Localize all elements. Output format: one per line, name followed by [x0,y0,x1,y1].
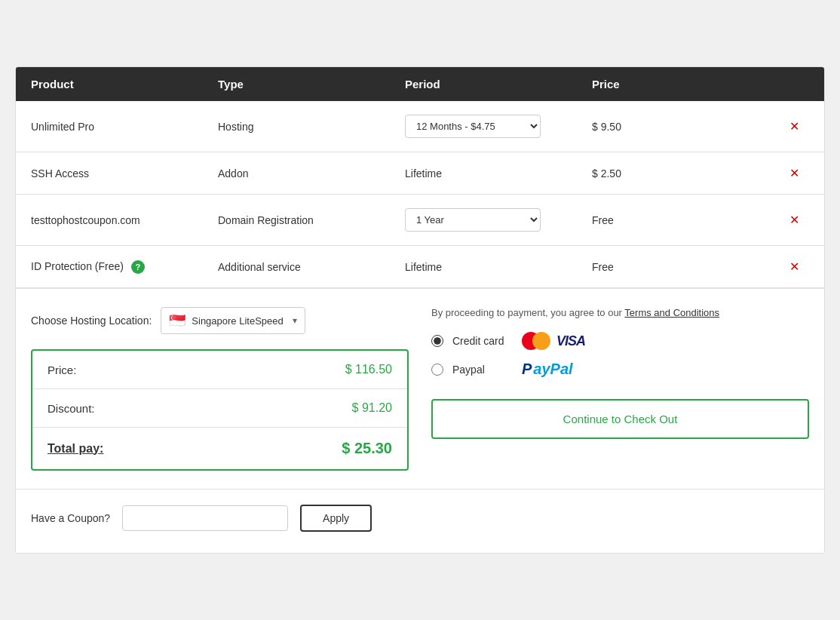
product-name-unlimited-pro: Unlimited Pro [31,121,218,133]
right-panel: By proceeding to payment, you agree to o… [431,307,809,471]
product-type-id-protection: Additional service [218,261,405,273]
price-id-protection: Free [592,261,779,273]
chevron-down-icon: ▾ [293,315,297,326]
price-label: Price: [48,364,76,376]
price-value: $ 116.50 [345,363,392,376]
shopping-cart-container: Product Type Period Price Unlimited Pro … [15,66,825,554]
price-row: Price: $ 116.50 [32,351,407,389]
remove-button-hosting[interactable]: ✕ [779,119,809,134]
period-cell-domain: 1 Year 2 Years 3 Years [405,208,592,232]
location-text: Singapore LiteSpeed [192,315,283,327]
coupon-section: Have a Coupon? Apply [16,489,824,553]
total-value: $ 25.30 [342,440,392,457]
help-icon-id-protection[interactable]: ? [131,260,145,274]
card-icons: VISA [522,332,585,350]
discount-row: Discount: $ 91.20 [32,389,407,428]
terms-link[interactable]: Terms and Conditions [624,307,719,318]
credit-card-label: Credit card [452,335,513,347]
location-selector[interactable]: 🇸🇬 Singapore LiteSpeed ▾ [161,307,305,334]
price-summary-box: Price: $ 116.50 Discount: $ 91.20 Total … [31,349,409,471]
product-name-ssh: SSH Access [31,167,218,180]
header-type: Type [218,78,405,91]
flag-icon: 🇸🇬 [169,312,185,329]
remove-button-ssh[interactable]: ✕ [779,166,809,180]
location-label: Choose Hosting Location: [31,315,152,327]
product-type-hosting: Hosting [218,121,405,133]
paypal-icon: P ayPal [522,361,573,378]
paypal-label: Paypal [452,364,513,376]
bottom-section: Choose Hosting Location: 🇸🇬 Singapore Li… [16,288,824,489]
payment-option-credit: Credit card VISA [431,332,809,350]
total-label: Total pay: [48,442,103,456]
total-row: Total pay: $ 25.30 [32,428,407,469]
table-row: testtophostcoupon.com Domain Registratio… [16,195,824,246]
period-id-protection: Lifetime [405,261,592,273]
checkout-button[interactable]: Continue to Check Out [431,399,809,439]
product-type-ssh: Addon [218,167,405,180]
discount-label: Discount: [48,402,95,415]
product-name-domain: testtophostcoupon.com [31,214,218,226]
payment-option-paypal: Paypal P ayPal [431,361,809,378]
price-domain: Free [592,214,779,226]
terms-text: By proceeding to payment, you agree to o… [431,307,809,318]
period-select-hosting[interactable]: 12 Months - $4.75 1 Month 24 Months 36 M… [405,115,541,138]
price-ssh: $ 2.50 [592,167,779,180]
paypal-radio[interactable] [431,364,443,376]
location-row: Choose Hosting Location: 🇸🇬 Singapore Li… [31,307,409,334]
visa-icon: VISA [556,333,585,349]
left-panel: Choose Hosting Location: 🇸🇬 Singapore Li… [31,307,409,471]
price-hosting: $ 9.50 [592,121,779,133]
mastercard-icon [522,332,550,350]
table-row: Unlimited Pro Hosting 12 Months - $4.75 … [16,101,824,152]
product-name-id-protection: ID Protection (Free) ? [31,260,218,274]
apply-button[interactable]: Apply [300,505,372,532]
discount-value: $ 91.20 [352,401,392,415]
header-price: Price [592,78,779,91]
remove-button-domain[interactable]: ✕ [779,213,809,227]
coupon-label: Have a Coupon? [31,512,110,524]
period-select-domain[interactable]: 1 Year 2 Years 3 Years [405,208,541,232]
table-row: SSH Access Addon Lifetime $ 2.50 ✕ [16,152,824,195]
header-period: Period [405,78,592,91]
product-type-domain: Domain Registration [218,214,405,226]
coupon-input[interactable] [122,505,288,531]
period-cell-hosting: 12 Months - $4.75 1 Month 24 Months 36 M… [405,115,592,138]
payment-options: Credit card VISA Paypal P a [431,332,809,378]
credit-card-radio[interactable] [431,335,443,347]
header-product: Product [31,78,218,91]
table-row: ID Protection (Free) ? Additional servic… [16,246,824,288]
table-header: Product Type Period Price [16,67,824,101]
period-ssh: Lifetime [405,167,592,180]
remove-button-id-protection[interactable]: ✕ [779,259,809,274]
